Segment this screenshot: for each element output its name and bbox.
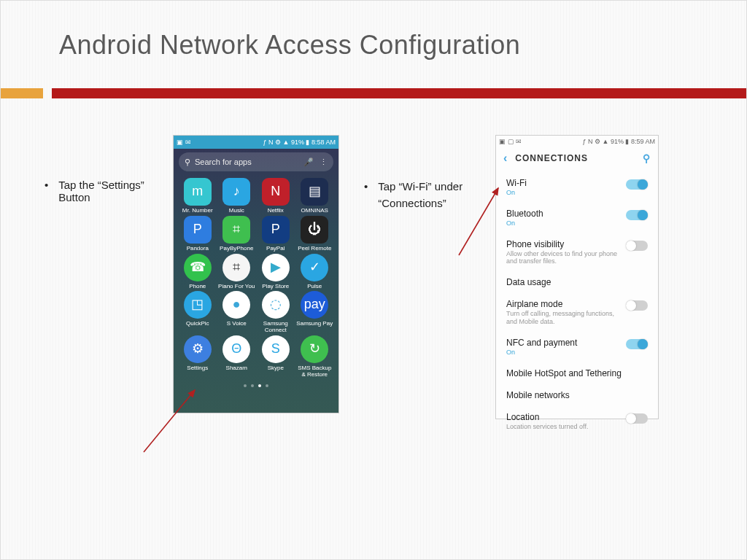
setting-name: Mobile HotSpot and Tethering — [506, 368, 648, 378]
app-label: Mr. Number — [182, 208, 213, 214]
connections-header: ‹ CONNECTIONS ⚲ — [496, 147, 658, 172]
setting-bluetooth[interactable]: BluetoothOn — [496, 203, 658, 233]
app-mr-number[interactable]: mMr. Number — [178, 178, 217, 214]
setting-phone-visibility[interactable]: Phone visibilityAllow other devices to f… — [496, 233, 658, 272]
app-label: PayByPhone — [220, 246, 253, 252]
app-piano-for-you[interactable]: ⌗Piano For You — [217, 254, 257, 290]
svg-line-1 — [459, 188, 498, 255]
slide: Android Network Access Configuration • T… — [0, 0, 747, 560]
app-label: Phone — [189, 284, 206, 290]
app-play-store[interactable]: ▶Play Store — [256, 254, 295, 290]
setting-sub: Allow other devices to find your phone a… — [506, 250, 626, 266]
app-label: Shazam — [226, 365, 247, 372]
app-music[interactable]: ♪Music — [217, 178, 257, 214]
search-icon: ⚲ — [185, 158, 190, 167]
app-paybyphone[interactable]: ⌗PayByPhone — [217, 216, 257, 252]
app-icon: S — [262, 335, 290, 363]
bullet-dot: • — [364, 179, 368, 419]
app-label: Samsung Connect — [256, 321, 295, 334]
status-right: ƒ N ⚙ ▲ 91% ▮ 8:58 AM — [263, 139, 336, 146]
app-netflix[interactable]: NNetflix — [256, 178, 295, 214]
status-left: ▣ ▢ ✉ — [499, 138, 522, 145]
setting-name: Airplane mode — [506, 299, 626, 309]
app-icon: ⏻ — [301, 216, 328, 244]
status-left: ▣ ✉ — [177, 139, 191, 146]
phone2-wrap: ▣ ▢ ✉ ƒ N ⚙ ▲ 91% ▮ 8:59 AM ‹ CONNECTION… — [495, 135, 659, 419]
app-quickpic[interactable]: ◳QuickPic — [178, 291, 217, 334]
search-bar[interactable]: ⚲ Search for apps 🎤 ⋮ — [179, 152, 333, 171]
more-icon[interactable]: ⋮ — [320, 158, 328, 167]
toggle[interactable] — [626, 210, 648, 220]
arrow-to-wifi — [453, 182, 519, 262]
status-bar: ▣ ✉ ƒ N ⚙ ▲ 91% ▮ 8:58 AM — [174, 136, 338, 149]
app-icon: ▶ — [262, 254, 290, 281]
setting-name: NFC and payment — [506, 338, 626, 348]
back-icon[interactable]: ‹ — [503, 152, 508, 165]
app-label: SMS Backup & Restore — [295, 365, 335, 378]
app-label: Skype — [268, 365, 284, 372]
divider-accent — [1, 88, 43, 98]
bullet-1: • Tap the “Settings” Button — [44, 135, 173, 419]
app-icon: Θ — [222, 335, 250, 363]
app-label: Peel Remote — [298, 246, 331, 252]
setting-airplane-mode[interactable]: Airplane modeTurn off calling, messaging… — [496, 293, 658, 332]
svg-line-0 — [144, 390, 195, 452]
app-label: Settings — [187, 365, 208, 372]
setting-name: Data usage — [506, 277, 648, 287]
setting-mobile-hotspot-and-tethering[interactable]: Mobile HotSpot and Tethering — [496, 362, 658, 384]
app-label: Play Store — [262, 284, 289, 290]
toggle[interactable] — [626, 179, 648, 190]
app-pulse[interactable]: ✓Pulse — [295, 254, 335, 290]
app-icon: ✓ — [301, 254, 328, 281]
setting-sub: On — [506, 349, 626, 357]
divider-main — [52, 88, 746, 98]
app-label: Samsung Pay — [296, 321, 333, 327]
app-icon: ◌ — [262, 291, 290, 319]
app-sms-backup-restore[interactable]: ↻SMS Backup & Restore — [295, 335, 335, 378]
bullet-2: • Tap “Wi-Fi” under “Connections” — [339, 135, 495, 419]
setting-wi-fi[interactable]: Wi-FiOn — [496, 172, 658, 203]
mic-icon[interactable]: 🎤 — [303, 158, 314, 167]
setting-data-usage[interactable]: Data usage — [496, 271, 658, 293]
app-phone[interactable]: ☎Phone — [178, 254, 217, 290]
toggle[interactable] — [626, 300, 648, 311]
search-icon[interactable]: ⚲ — [643, 152, 651, 164]
setting-sub: On — [506, 219, 626, 228]
setting-name: Phone visibility — [506, 239, 626, 249]
app-label: S Voice — [227, 321, 247, 327]
setting-nfc-and-payment[interactable]: NFC and paymentOn — [496, 332, 658, 362]
slide-title: Android Network Access Configuration — [59, 30, 746, 61]
title-area: Android Network Access Configuration — [1, 1, 746, 75]
app-s-voice[interactable]: ●S Voice — [217, 291, 257, 334]
app-icon: P — [184, 216, 212, 244]
setting-name: Bluetooth — [506, 209, 626, 219]
setting-sub: On — [506, 189, 626, 197]
app-label: Music — [229, 208, 244, 214]
app-shazam[interactable]: ΘShazam — [217, 335, 257, 378]
app-icon: ⚙ — [184, 335, 212, 363]
phone-home-screen: ▣ ✉ ƒ N ⚙ ▲ 91% ▮ 8:58 AM ⚲ Search for a… — [173, 135, 339, 413]
app-omninas[interactable]: ▤OMNINAS — [295, 178, 335, 214]
app-skype[interactable]: SSkype — [256, 335, 295, 378]
app-settings[interactable]: ⚙Settings — [178, 335, 217, 378]
app-samsung-pay[interactable]: paySamsung Pay — [295, 291, 335, 334]
app-icon: m — [184, 178, 212, 206]
search-placeholder: Search for apps — [195, 158, 252, 166]
setting-mobile-networks[interactable]: Mobile networks — [496, 384, 658, 406]
phone1-wrap: ▣ ✉ ƒ N ⚙ ▲ 91% ▮ 8:58 AM ⚲ Search for a… — [173, 135, 339, 419]
app-paypal[interactable]: PPayPal — [256, 216, 295, 252]
setting-name: Mobile networks — [506, 390, 648, 400]
app-icon: pay — [301, 291, 328, 319]
toggle[interactable] — [626, 241, 648, 251]
setting-name: Location — [506, 412, 626, 422]
setting-location[interactable]: LocationLocation services turned off. — [496, 406, 658, 437]
app-samsung-connect[interactable]: ◌Samsung Connect — [256, 291, 295, 334]
app-label: OMNINAS — [301, 208, 328, 214]
app-icon: ⌗ — [222, 254, 250, 281]
status-bar: ▣ ▢ ✉ ƒ N ⚙ ▲ 91% ▮ 8:59 AM — [496, 136, 658, 147]
toggle[interactable] — [626, 339, 648, 349]
app-peel-remote[interactable]: ⏻Peel Remote — [295, 216, 335, 252]
app-label: Pulse — [307, 284, 322, 290]
toggle[interactable] — [626, 413, 648, 424]
app-pandora[interactable]: PPandora — [178, 216, 217, 252]
